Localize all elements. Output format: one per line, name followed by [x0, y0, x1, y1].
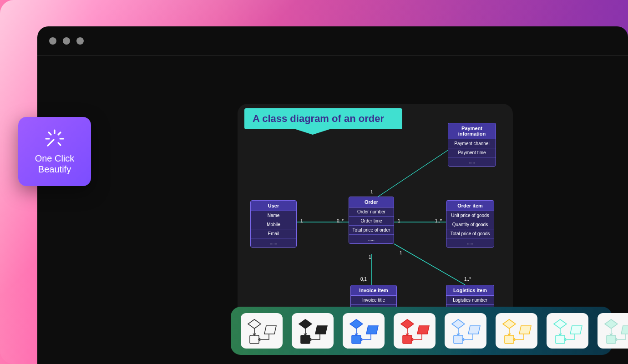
- theme-tile-red[interactable]: [394, 313, 436, 349]
- svg-marker-23: [554, 319, 567, 329]
- uml-box-payment[interactable]: Payment information Payment channel Paym…: [448, 123, 496, 167]
- svg-line-30: [58, 132, 61, 135]
- svg-line-32: [58, 143, 61, 145]
- svg-marker-11: [350, 319, 363, 329]
- mult-label: 1: [400, 250, 402, 255]
- svg-marker-26: [605, 319, 618, 329]
- uml-row: Payment time: [448, 148, 496, 157]
- theme-tile-lightblue[interactable]: [445, 313, 486, 349]
- uml-row: Logistics number: [446, 296, 494, 305]
- uml-box-order-item[interactable]: Order item Unit price of goods Quantity …: [446, 200, 494, 248]
- svg-line-33: [49, 132, 51, 135]
- uml-header: Order: [349, 197, 394, 207]
- theme-tile-yellow[interactable]: [496, 313, 537, 349]
- mult-label: 1..*: [435, 218, 442, 223]
- uml-row: Quantity of goods: [446, 220, 494, 229]
- svg-rect-10: [301, 335, 310, 344]
- mult-label: 0..*: [337, 218, 344, 223]
- window-dot-maximize[interactable]: [76, 37, 84, 45]
- uml-row: Mobile: [251, 220, 296, 229]
- svg-marker-20: [503, 319, 516, 329]
- svg-rect-28: [607, 335, 616, 344]
- uml-header: Invoice item: [351, 285, 396, 296]
- mult-label: 1: [300, 218, 303, 223]
- theme-tile-teal-light[interactable]: [547, 313, 588, 349]
- svg-rect-7: [250, 335, 259, 344]
- uml-box-order[interactable]: Order Order number Order time Total pric…: [349, 197, 394, 244]
- window-dot-minimize[interactable]: [63, 37, 70, 45]
- svg-rect-19: [454, 335, 463, 344]
- svg-line-2: [374, 142, 460, 199]
- svg-rect-25: [556, 335, 565, 344]
- app-window: A class diagram of an order User Name Mo…: [37, 26, 628, 364]
- theme-tile-teal-soft[interactable]: [598, 313, 628, 349]
- uml-row: ......: [251, 238, 296, 247]
- mult-label: 0,1: [360, 277, 367, 282]
- one-click-beautify-card[interactable]: One Click Beautify: [18, 117, 91, 186]
- svg-rect-13: [352, 335, 361, 344]
- svg-marker-17: [452, 319, 465, 329]
- svg-marker-14: [401, 319, 414, 329]
- diagram-title: A class diagram of an order: [244, 108, 402, 129]
- uml-row: Payment channel: [448, 139, 496, 148]
- uml-row: Order number: [349, 207, 394, 217]
- uml-box-user[interactable]: User Name Mobile Email ......: [250, 200, 297, 248]
- svg-line-4: [394, 244, 465, 285]
- uml-row: Email: [251, 229, 296, 238]
- svg-marker-8: [299, 319, 312, 329]
- svg-line-35: [48, 140, 54, 146]
- mult-label: 1: [398, 218, 400, 223]
- uml-row: .....: [446, 238, 494, 247]
- diagram-canvas[interactable]: A class diagram of an order User Name Mo…: [238, 104, 513, 335]
- svg-rect-16: [403, 335, 412, 344]
- theme-tile-black[interactable]: [292, 313, 334, 349]
- theme-tile-outline[interactable]: [241, 313, 283, 349]
- mult-label: 1: [370, 189, 373, 194]
- uml-row: Unit price of goods: [446, 211, 494, 220]
- uml-row: Name: [251, 211, 296, 220]
- mult-label: 1: [369, 255, 371, 260]
- uml-header: Order item: [446, 201, 494, 211]
- window-dot-close[interactable]: [49, 37, 56, 45]
- svg-rect-22: [505, 335, 514, 344]
- uml-row: Total price of order: [349, 226, 394, 235]
- uml-row: Order time: [349, 217, 394, 226]
- theme-tile-blue[interactable]: [343, 313, 385, 349]
- uml-row: Total price of goods: [446, 229, 494, 238]
- uml-row: .....: [448, 157, 496, 166]
- svg-marker-5: [248, 319, 261, 329]
- uml-row: .....: [349, 235, 394, 243]
- theme-palette-bar: [231, 307, 612, 355]
- uml-header: Payment information: [448, 123, 496, 139]
- sidebar-card-label: One Click Beautify: [35, 153, 75, 175]
- uml-row: Invoice title: [351, 296, 396, 305]
- uml-header: Logistics item: [446, 285, 494, 296]
- title-chevron: [290, 127, 335, 135]
- magic-wand-icon: [44, 128, 65, 149]
- titlebar: [37, 26, 628, 56]
- uml-header: User: [251, 201, 296, 211]
- mult-label: 1..*: [464, 277, 471, 282]
